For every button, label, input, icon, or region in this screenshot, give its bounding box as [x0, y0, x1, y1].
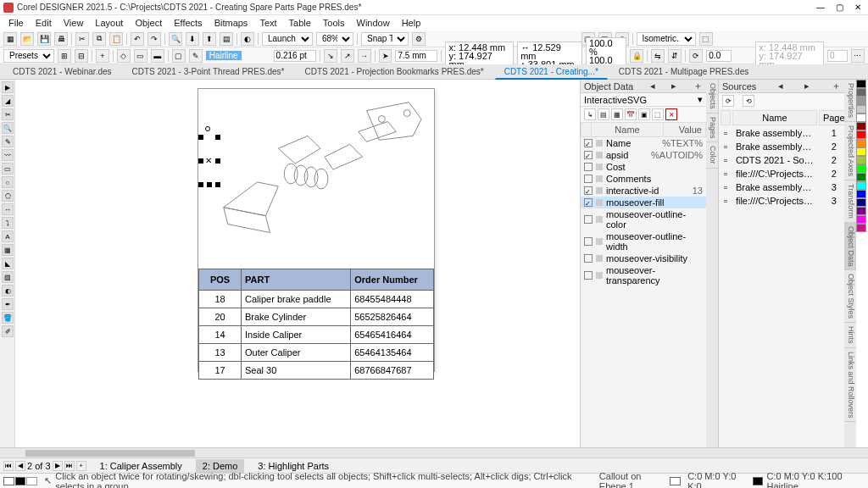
zoom-tool-icon[interactable]: 🔍 — [2, 122, 14, 134]
fill-swatch[interactable] — [670, 477, 681, 485]
od-btn6[interactable]: ⬚ — [652, 108, 664, 120]
ellipse-tool-icon[interactable]: ○ — [2, 176, 14, 188]
undo-icon[interactable]: ↶ — [131, 32, 144, 46]
checkbox[interactable] — [584, 215, 593, 224]
color-swatch[interactable] — [856, 114, 866, 122]
checkbox[interactable] — [584, 254, 593, 263]
color-swatch[interactable] — [856, 215, 866, 224]
object-data-row[interactable]: mouseover-outline-color — [581, 208, 706, 230]
export-icon[interactable]: ⬆ — [203, 32, 216, 46]
source-row[interactable]: ▫CDTS 2021 - Sources Docker PRES....2 — [721, 154, 849, 166]
preset-btn1[interactable]: ⊞ — [58, 49, 71, 63]
doc-tab-4[interactable]: CDTS 2021 - Multipage PRES.des — [609, 64, 758, 79]
pct-input[interactable] — [827, 50, 848, 62]
import-icon[interactable]: ⬇ — [186, 32, 199, 46]
zoom-dropdown[interactable]: 68% — [316, 32, 353, 46]
side-tab-transform[interactable]: Transform — [844, 180, 856, 223]
color-swatch[interactable] — [856, 88, 866, 97]
object-data-row[interactable]: mouseover-transparency — [581, 264, 706, 286]
curve-tool-icon[interactable]: 〰 — [2, 149, 14, 161]
transparency-tool-icon[interactable]: ◐ — [2, 285, 14, 297]
color-swatch[interactable] — [856, 156, 866, 164]
rotation-input[interactable] — [706, 50, 732, 62]
color-swatch[interactable] — [856, 130, 866, 139]
mm-input[interactable] — [395, 50, 437, 62]
pt-input[interactable] — [274, 50, 316, 62]
projection-dropdown[interactable]: Isometric... — [637, 32, 696, 46]
sources-close-icon[interactable]: ＋ — [832, 80, 841, 92]
side-tab-objdata[interactable]: Object Data — [844, 223, 856, 271]
arrow-icon[interactable]: ➤ — [379, 49, 392, 63]
source-row[interactable]: ▫Brake assembly CALIPER LIST.xls1 — [721, 127, 849, 139]
doc-tab-0[interactable]: CDTS 2021 - Webinar.des — [3, 64, 121, 79]
page-prev-icon[interactable]: ◀ — [15, 461, 25, 471]
source-row[interactable]: ▫file:///C:\Projects\CDTS 2021 - Crea...… — [721, 168, 849, 180]
close-button[interactable]: ✕ — [851, 2, 865, 14]
side-tab-properties[interactable]: Properties — [844, 80, 856, 122]
checkbox[interactable] — [584, 186, 593, 195]
od-btn1[interactable]: ↳ — [584, 108, 596, 120]
checkbox[interactable] — [584, 175, 593, 183]
shape-tool-icon[interactable]: ◢ — [2, 95, 14, 107]
side-tab-objstyles[interactable]: Object Styles — [844, 270, 856, 323]
open-icon[interactable]: 📂 — [20, 32, 34, 46]
new-icon[interactable]: ▦ — [3, 32, 17, 46]
color-swatch[interactable] — [856, 224, 866, 232]
src-btn2[interactable]: ⟲ — [743, 95, 754, 107]
freehand-tool-icon[interactable]: ✎ — [2, 136, 14, 147]
launch-dropdown[interactable]: Launch — [262, 32, 313, 46]
checkbox[interactable] — [584, 198, 593, 207]
presets-dropdown[interactable]: Presets... — [3, 49, 54, 63]
outline2-icon[interactable]: ▭ — [134, 49, 147, 63]
menu-layout[interactable]: Layout — [90, 16, 128, 30]
minimize-button[interactable]: — — [814, 2, 827, 14]
page-last-icon[interactable]: ⏭ — [64, 461, 75, 471]
print-icon[interactable]: 🖶 — [54, 32, 68, 46]
color-swatch[interactable] — [856, 198, 866, 207]
od-btn5[interactable]: ▣ — [638, 108, 650, 120]
clock-icon[interactable]: ◐ — [241, 32, 254, 46]
options-icon[interactable]: ⋯ — [851, 49, 865, 63]
pick-tool-icon[interactable]: ▶ — [2, 81, 14, 93]
object-data-row[interactable]: Name%TEXT% — [581, 137, 706, 149]
line1-icon[interactable]: ↘ — [324, 49, 337, 63]
redo-icon[interactable]: ↷ — [147, 32, 161, 46]
object-data-row[interactable]: apsid%AUTOID% — [581, 149, 706, 161]
menu-object[interactable]: Object — [130, 16, 167, 30]
checkbox[interactable] — [584, 237, 593, 246]
od-btn3[interactable]: ▦ — [611, 108, 623, 120]
checkbox[interactable] — [584, 163, 593, 171]
callout-tool-icon[interactable]: ◣ — [2, 258, 14, 269]
line2-icon[interactable]: ↗ — [341, 49, 354, 63]
color-swatch[interactable] — [856, 105, 866, 114]
object-data-next-icon[interactable]: ▸ — [671, 80, 676, 92]
hairline-dropdown[interactable]: Hairline — [206, 51, 242, 60]
menu-text[interactable]: Text — [254, 16, 281, 30]
side-tab-hints[interactable]: Hints — [844, 323, 856, 348]
source-row[interactable]: ▫Brake assembly CALIPER LIST.xls2 — [721, 141, 849, 152]
color-swatch[interactable] — [856, 122, 866, 130]
maximize-button[interactable]: ▢ — [832, 2, 846, 14]
outline1-icon[interactable]: ◇ — [117, 49, 131, 63]
chevron-down-icon[interactable]: ▾ — [698, 94, 703, 105]
checkbox[interactable] — [584, 151, 593, 159]
color-swatch[interactable] — [856, 173, 866, 181]
canvas-scrollbar[interactable] — [0, 447, 868, 458]
od-btn4[interactable]: 📅 — [625, 108, 637, 120]
src-btn1[interactable]: ⟳ — [722, 95, 734, 107]
doc-tab-3[interactable]: CDTS 2021 - Creating...* — [495, 64, 608, 80]
checkbox[interactable] — [584, 271, 593, 280]
fill-tool-icon[interactable]: 🪣 — [2, 312, 14, 324]
lock-icon[interactable]: 🔒 — [630, 49, 643, 63]
square-icon[interactable]: ▢ — [172, 49, 186, 63]
menu-bitmaps[interactable]: Bitmaps — [209, 16, 253, 30]
color-swatch[interactable] — [856, 80, 866, 88]
sources-prev-icon[interactable]: ◂ — [778, 80, 783, 92]
preset-btn2[interactable]: ⊟ — [75, 49, 88, 63]
color-swatch[interactable] — [856, 147, 866, 156]
sources-next-icon[interactable]: ▸ — [804, 80, 810, 92]
menu-effects[interactable]: Effects — [169, 16, 207, 30]
object-data-row[interactable]: Comments — [581, 173, 706, 185]
object-data-row[interactable]: interactive-id13 — [581, 185, 706, 197]
side-tab-color[interactable]: Color — [706, 142, 718, 169]
